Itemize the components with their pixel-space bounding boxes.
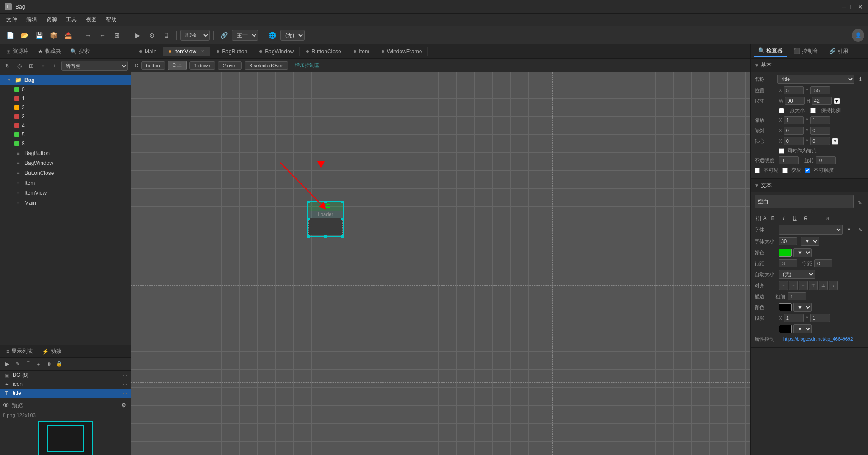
- handle-bl[interactable]: [307, 235, 310, 238]
- tab-itemview[interactable]: ItemView ✕: [163, 47, 210, 56]
- tab-main[interactable]: Main: [134, 47, 162, 56]
- shadow-color-select[interactable]: ▼: [793, 324, 812, 333]
- edit-display-button[interactable]: ✎: [13, 360, 22, 369]
- dtab-displaylist[interactable]: ≡ 显示列表: [3, 346, 37, 356]
- skew-y-input[interactable]: [810, 127, 830, 135]
- tree-item-bagbutton[interactable]: ≡ BagButton: [0, 148, 131, 158]
- text-edit-button[interactable]: ✎: [855, 198, 864, 207]
- add-controller-button[interactable]: + 增加控制器: [291, 62, 320, 69]
- scene-select[interactable]: (无): [280, 30, 305, 41]
- rtab-console[interactable]: ⬛ 控制台: [789, 46, 822, 57]
- skew-x-input[interactable]: [784, 127, 804, 135]
- tree-item-bag[interactable]: ▼ 📁 Bag: [0, 75, 131, 85]
- tab-bagbutton[interactable]: BagButton: [211, 47, 253, 56]
- rotation-input[interactable]: [816, 156, 836, 164]
- ctrl-state-3[interactable]: 3:selectedOver: [245, 61, 288, 70]
- tab-search[interactable]: 🔍 搜索: [66, 46, 93, 57]
- canvas-element[interactable]: 空白 Loader: [307, 201, 344, 237]
- color-swatch[interactable]: [779, 249, 792, 257]
- eye-button[interactable]: 👁: [44, 360, 53, 369]
- font-edit-button[interactable]: ✎: [855, 225, 864, 234]
- view-button[interactable]: ≡: [38, 61, 48, 71]
- branch-select[interactable]: 主干: [232, 30, 258, 41]
- curve-button[interactable]: ⌒: [24, 360, 33, 369]
- publish-button[interactable]: 📦: [47, 29, 60, 42]
- align-bottom-button[interactable]: ↕: [829, 281, 838, 290]
- rtab-inspector[interactable]: 🔍 检查器: [754, 45, 787, 57]
- new-button[interactable]: 📄: [4, 29, 16, 42]
- stroke-color-swatch[interactable]: [779, 303, 792, 311]
- handle-bm[interactable]: [324, 235, 327, 238]
- tab-asset-library[interactable]: ⊞ 资源库: [3, 46, 33, 57]
- stroke-thickness-input[interactable]: [788, 292, 806, 300]
- untouchable-checkbox[interactable]: [805, 168, 810, 173]
- pos-y-input[interactable]: [810, 86, 830, 94]
- text-section-header[interactable]: ▼ 文本: [751, 179, 868, 192]
- align-center-button[interactable]: ≡: [789, 281, 798, 290]
- align-left-button[interactable]: ≡: [779, 281, 788, 290]
- grayed-checkbox[interactable]: [782, 168, 788, 173]
- letter-spacing-input[interactable]: [814, 259, 832, 267]
- strikethrough2-button[interactable]: —: [812, 214, 821, 223]
- ctrl-state-2[interactable]: 2:over: [218, 61, 242, 70]
- open-button[interactable]: 📂: [18, 29, 31, 42]
- line-spacing-input[interactable]: [779, 259, 797, 267]
- refresh-button[interactable]: ↻: [3, 61, 13, 71]
- menu-tools[interactable]: 工具: [61, 14, 81, 25]
- tree-item-8[interactable]: 8: [0, 139, 131, 148]
- itemview-close[interactable]: ✕: [201, 49, 204, 54]
- tab-windowframe[interactable]: WindowFrame: [376, 47, 428, 56]
- save-button[interactable]: 💾: [33, 29, 45, 42]
- dlist-item-bg[interactable]: ▣ BG {8} • •: [0, 371, 131, 380]
- maximize-button[interactable]: □: [849, 4, 855, 10]
- tree-item-0[interactable]: 0: [0, 85, 131, 94]
- preview-button[interactable]: 🖥: [160, 29, 173, 42]
- tab-bagwindow[interactable]: BagWindow: [254, 47, 300, 56]
- color-select[interactable]: ▼: [793, 248, 812, 257]
- tree-item-2[interactable]: 2: [0, 103, 131, 112]
- menu-view[interactable]: 视图: [81, 14, 101, 25]
- canvas[interactable]: 空白 Loader: [131, 72, 750, 455]
- handle-ml[interactable]: [307, 218, 310, 220]
- font-select[interactable]: [779, 225, 843, 235]
- font-size-input[interactable]: [779, 237, 797, 245]
- tree-item-bagwindow[interactable]: ≡ BagWindow: [0, 158, 131, 168]
- menu-file[interactable]: 文件: [2, 14, 22, 25]
- align-middle-button[interactable]: ⊥: [819, 281, 828, 290]
- pivot-expand-button[interactable]: ▼: [832, 138, 838, 145]
- stop-button[interactable]: ⊙: [146, 29, 158, 42]
- tab-favorites[interactable]: ★ 收藏夹: [34, 46, 65, 57]
- align-top-button[interactable]: ⊤: [809, 281, 818, 290]
- export-button[interactable]: 📤: [61, 29, 74, 42]
- options-button[interactable]: ⊞: [26, 61, 36, 71]
- dtab-effects[interactable]: ⚡ 动效: [38, 346, 65, 356]
- info-button[interactable]: ℹ: [856, 75, 864, 83]
- tree-item-main[interactable]: ≡ Main: [0, 198, 131, 208]
- color-clear-button[interactable]: ⊘: [823, 214, 832, 223]
- opacity-input[interactable]: [779, 156, 799, 164]
- ctrl-button-tag[interactable]: button: [141, 61, 165, 70]
- attr-ctrl-link[interactable]: https://blog.csdn.net/qq_46649692: [783, 337, 864, 342]
- shadow-x-input[interactable]: [784, 314, 804, 322]
- bold-button[interactable]: B: [769, 214, 778, 223]
- lock-button[interactable]: 🔒: [55, 360, 64, 369]
- menu-assets[interactable]: 资源: [42, 14, 61, 25]
- arrow-back-button[interactable]: ←: [96, 29, 109, 42]
- menu-edit[interactable]: 编辑: [22, 14, 42, 25]
- pivot-x-input[interactable]: [784, 137, 804, 145]
- tree-item-item[interactable]: ≡ Item: [0, 178, 131, 188]
- tree-item-1[interactable]: 1: [0, 94, 131, 103]
- play-button[interactable]: ▶: [131, 29, 144, 42]
- ctrl-state-1[interactable]: 1:down: [189, 61, 215, 70]
- grid-button[interactable]: ⊞: [111, 29, 123, 42]
- scale-y-input[interactable]: [810, 116, 830, 124]
- preview-settings-button[interactable]: ⚙: [119, 401, 128, 410]
- align-right-button[interactable]: ≡: [799, 281, 808, 290]
- tree-item-4[interactable]: 4: [0, 121, 131, 130]
- italic-button[interactable]: I: [779, 214, 788, 223]
- tree-item-itemview[interactable]: ≡ ItemView: [0, 188, 131, 198]
- zoom-select[interactable]: 80% 100%: [180, 30, 210, 41]
- strikethrough-button[interactable]: S: [801, 214, 810, 223]
- rtab-reference[interactable]: 🔗 引用: [825, 46, 853, 57]
- pivot-y-input[interactable]: [810, 137, 830, 145]
